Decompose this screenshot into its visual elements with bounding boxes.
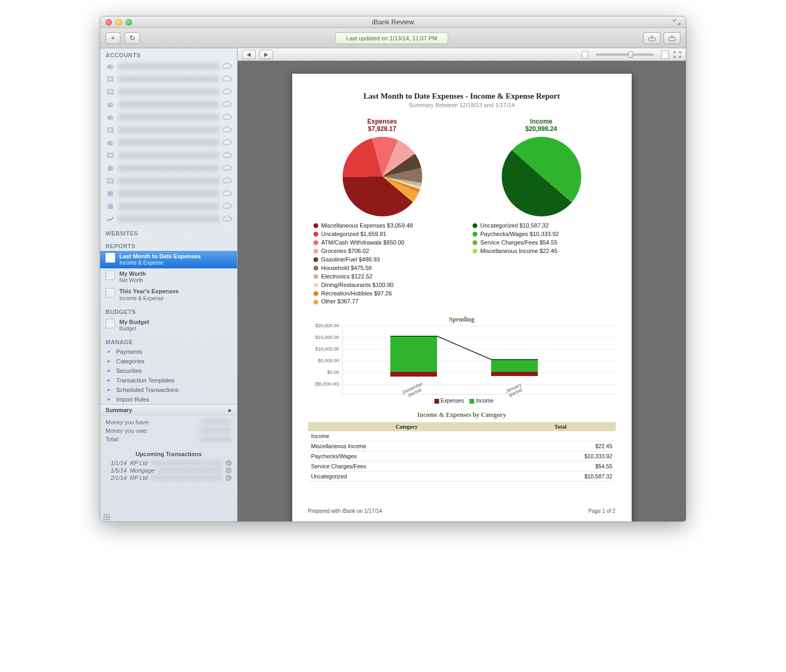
manage-icon: ▸ — [106, 348, 113, 355]
upcoming-row[interactable]: 1/5/14Mortgage– — [106, 467, 232, 474]
manage-label: Transaction Templates — [116, 377, 174, 383]
summary-value-blurred — [200, 419, 232, 425]
account-row[interactable] — [100, 187, 237, 200]
manage-item[interactable]: ▸Scheduled Transactions — [100, 385, 237, 395]
budget-item[interactable]: My Budget Budget — [100, 317, 237, 334]
footer-left: Prepared with iBank on 1/17/14 — [308, 508, 382, 514]
manage-item[interactable]: ▸Securities — [100, 366, 237, 376]
account-row[interactable] — [100, 73, 237, 85]
report-icon — [106, 270, 115, 280]
manage-item[interactable]: ▸Transaction Templates — [100, 376, 237, 385]
svg-rect-31 — [108, 193, 113, 196]
account-row[interactable] — [100, 200, 237, 213]
account-icon — [106, 202, 115, 211]
spending-bar-chart: ($5,000.00)$0.00$5,000.00$10,000.00$15,0… — [342, 326, 616, 395]
manage-item[interactable]: ▸Payments — [100, 347, 237, 356]
account-name-blurred — [118, 101, 219, 108]
bar-legend-expenses: Expenses — [441, 398, 464, 404]
summary-header[interactable]: Summary ▸ — [100, 404, 237, 416]
legend-swatch — [313, 291, 318, 296]
dismiss-icon[interactable]: – — [225, 475, 232, 481]
account-row[interactable] — [100, 174, 237, 187]
legend-swatch — [313, 223, 318, 228]
report-title: Last Month to Date Expenses - Income & E… — [308, 92, 616, 101]
legend-text: Groceries $706.02 — [321, 247, 370, 256]
legend-swatch — [313, 283, 318, 287]
account-icon — [106, 112, 115, 122]
manage-item[interactable]: ▸Import Rules — [100, 395, 237, 404]
upcoming-date: 1/1/14 — [106, 460, 127, 466]
account-row[interactable] — [100, 149, 237, 162]
sidebar-head-websites: WEBSITES — [100, 229, 237, 238]
income-pie-chart — [502, 137, 581, 216]
upcoming-date: 1/5/14 — [106, 467, 127, 474]
page-back-button[interactable]: ◀ — [242, 50, 256, 59]
account-row[interactable] — [100, 98, 237, 111]
disclosure-icon: ▸ — [229, 407, 232, 414]
manage-icon: ▸ — [106, 367, 113, 374]
legend-text: Recreation/Hobbies $97.26 — [321, 290, 392, 298]
upcoming-row[interactable]: 2/1/14RP Ltd– — [106, 474, 232, 482]
export-button[interactable] — [643, 32, 660, 44]
document-viewer[interactable]: Last Month to Date Expenses - Income & E… — [238, 61, 686, 521]
legend-text: Miscellaneous Expenses $3,059.48 — [321, 222, 413, 230]
account-row[interactable] — [100, 213, 237, 225]
cell-total: $22.45 — [505, 441, 616, 451]
upcoming-row[interactable]: 1/1/14RP Ltd– — [106, 459, 232, 467]
bar-legend: Expenses Income — [308, 398, 616, 404]
legend-swatch — [313, 300, 318, 304]
page-small-icon[interactable] — [582, 51, 588, 58]
upcoming-name: RP Ltd — [130, 460, 147, 466]
zoom-thumb[interactable] — [628, 51, 633, 58]
legend-swatch — [313, 257, 318, 262]
legend-row: Recreation/Hobbies $97.26 — [313, 290, 451, 298]
legend-text: Uncategorized $1,659.81 — [321, 230, 387, 239]
report-sub-label: Income & Expense — [119, 260, 200, 266]
account-icon — [106, 163, 115, 173]
account-row[interactable] — [100, 85, 237, 98]
share-button[interactable] — [663, 32, 680, 44]
account-row[interactable] — [100, 162, 237, 174]
manage-icon: ▸ — [106, 396, 113, 403]
account-row[interactable] — [100, 136, 237, 149]
dismiss-icon[interactable]: – — [225, 467, 232, 474]
cloud-icon — [222, 139, 233, 146]
summary-key: Money you have: — [106, 419, 150, 425]
page-large-icon[interactable] — [661, 50, 669, 59]
add-button[interactable]: + — [106, 32, 120, 44]
account-row[interactable] — [100, 60, 237, 73]
report-item[interactable]: This Year's Expenses Income & Expense — [100, 286, 237, 303]
cloud-icon — [222, 215, 233, 223]
legend-swatch — [473, 240, 477, 245]
account-name-blurred — [118, 203, 219, 210]
svg-point-20 — [107, 141, 113, 146]
svg-point-2 — [107, 65, 113, 69]
budget-icon — [106, 319, 115, 328]
cell-category: Miscellaneous Income — [308, 441, 505, 451]
cloud-icon — [222, 126, 233, 134]
cell-total: $10,587.32 — [505, 472, 616, 482]
account-row[interactable] — [100, 111, 237, 124]
account-icon — [106, 151, 115, 160]
legend-swatch — [313, 232, 318, 237]
table-head: Income & Expenses by Category — [308, 411, 616, 419]
svg-point-14 — [107, 116, 113, 120]
page-forward-button[interactable]: ▶ — [259, 50, 273, 59]
cloud-icon — [222, 177, 233, 185]
sidebar-head-manage: MANAGE — [100, 337, 237, 347]
zoom-slider[interactable] — [596, 54, 654, 56]
legend-row: ATM/Cash Withdrawals $850.00 — [313, 239, 451, 247]
legend-swatch — [313, 266, 318, 270]
sidebar-footer-icon[interactable] — [100, 513, 237, 521]
legend-row: Paychecks/Wages $10,333.92 — [473, 230, 610, 239]
fullscreen-viewer-icon[interactable] — [673, 51, 682, 58]
manage-item[interactable]: ▸Categories — [100, 356, 237, 366]
report-item[interactable]: Last Month to Date Expenses Income & Exp… — [100, 251, 237, 268]
account-row[interactable] — [100, 124, 237, 136]
account-name-blurred — [118, 177, 219, 185]
dismiss-icon[interactable]: – — [225, 460, 232, 466]
svg-point-12 — [107, 103, 113, 108]
refresh-button[interactable]: ↻ — [125, 32, 140, 44]
spending-section: Spending ($5,000.00)$0.00$5,000.00$10,00… — [308, 316, 616, 404]
report-item[interactable]: My Worth Net Worth — [100, 268, 237, 286]
